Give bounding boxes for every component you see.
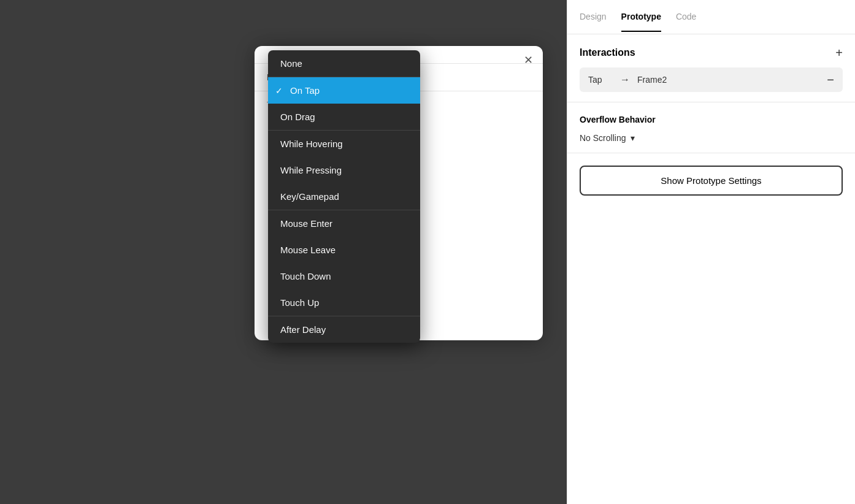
dropdown-group-4: After Delay xyxy=(268,316,420,343)
interactions-title: Interactions xyxy=(580,47,635,58)
dropdown-item-after-delay-label: After Delay xyxy=(280,324,326,335)
interaction-trigger-label: Tap xyxy=(588,75,613,85)
dropdown-item-on-tap[interactable]: ✓ On Tap xyxy=(268,77,420,104)
dialog-close-button[interactable]: ✕ xyxy=(524,55,533,66)
dropdown-item-touch-up-label: Touch Up xyxy=(280,297,319,308)
overflow-value: No Scrolling xyxy=(580,133,626,143)
dropdown-menu: None ✓ On Tap On Drag While Hovering Whi… xyxy=(268,50,420,343)
remove-interaction-button[interactable]: − xyxy=(827,74,834,86)
canvas-area: ✕ Frame2 ▾ Transition None ✓ On Tap xyxy=(0,0,567,504)
overflow-chevron-icon: ▾ xyxy=(631,133,635,143)
tab-design[interactable]: Design xyxy=(580,2,607,32)
interaction-target-label: Frame2 xyxy=(637,75,819,85)
dropdown-item-while-pressing[interactable]: While Pressing xyxy=(268,157,420,183)
dropdown-group-1: None ✓ On Tap On Drag xyxy=(268,50,420,130)
dropdown-item-none-label: None xyxy=(280,58,302,69)
overflow-select[interactable]: No Scrolling ▾ xyxy=(580,133,843,143)
dropdown-item-on-drag-label: On Drag xyxy=(280,112,315,122)
interaction-arrow-icon: → xyxy=(620,74,630,85)
show-prototype-settings-button[interactable]: Show Prototype Settings xyxy=(580,166,843,196)
add-interaction-button[interactable]: + xyxy=(835,47,843,59)
interactions-section: Interactions + Tap → Frame2 − xyxy=(567,34,855,102)
dropdown-group-3: Mouse Enter Mouse Leave Touch Down Touch… xyxy=(268,210,420,316)
overflow-title: Overflow Behavior xyxy=(580,115,843,124)
tab-code[interactable]: Code xyxy=(676,2,696,32)
dropdown-item-none[interactable]: None xyxy=(268,50,420,77)
dropdown-item-mouse-leave[interactable]: Mouse Leave xyxy=(268,237,420,263)
dropdown-item-touch-down[interactable]: Touch Down xyxy=(268,263,420,289)
dropdown-item-on-tap-label: On Tap xyxy=(290,85,320,96)
dropdown-item-after-delay[interactable]: After Delay xyxy=(268,316,420,343)
right-panel: Design Prototype Code Interactions + Tap… xyxy=(567,0,855,504)
panel-tabs: Design Prototype Code xyxy=(567,0,855,34)
dropdown-item-while-hovering-label: While Hovering xyxy=(280,139,343,149)
interactions-header: Interactions + xyxy=(580,47,843,59)
dropdown-item-key-gamepad-label: Key/Gamepad xyxy=(280,191,339,202)
dropdown-item-while-pressing-label: While Pressing xyxy=(280,165,342,175)
dropdown-item-mouse-enter[interactable]: Mouse Enter xyxy=(268,210,420,237)
dropdown-item-touch-down-label: Touch Down xyxy=(280,271,331,281)
dropdown-item-key-gamepad[interactable]: Key/Gamepad xyxy=(268,183,420,210)
dropdown-group-2: While Hovering While Pressing Key/Gamepa… xyxy=(268,131,420,210)
tab-prototype[interactable]: Prototype xyxy=(621,2,661,32)
checkmark-icon: ✓ xyxy=(275,86,283,96)
dropdown-item-mouse-enter-label: Mouse Enter xyxy=(280,218,332,229)
overflow-behavior-section: Overflow Behavior No Scrolling ▾ xyxy=(567,102,855,153)
dropdown-item-mouse-leave-label: Mouse Leave xyxy=(280,245,335,255)
prototype-settings-section: Show Prototype Settings xyxy=(567,153,855,208)
dropdown-item-while-hovering[interactable]: While Hovering xyxy=(268,131,420,157)
interaction-row[interactable]: Tap → Frame2 − xyxy=(580,67,843,92)
dropdown-item-touch-up[interactable]: Touch Up xyxy=(268,289,420,316)
dropdown-item-on-drag[interactable]: On Drag xyxy=(268,104,420,130)
